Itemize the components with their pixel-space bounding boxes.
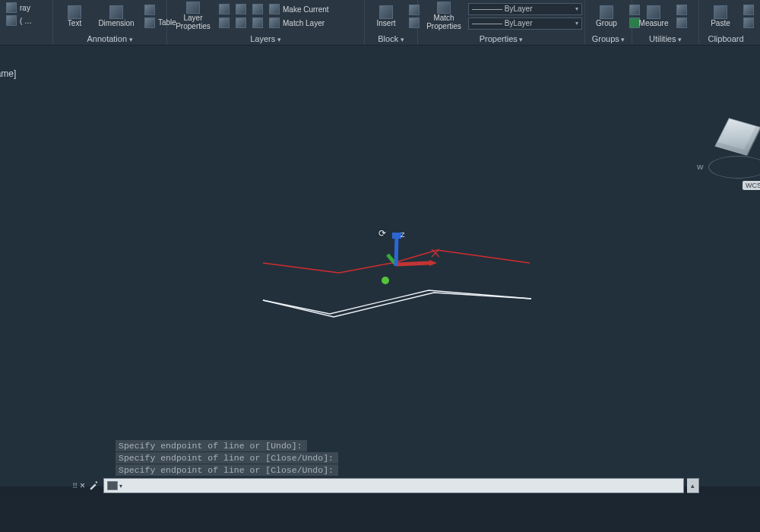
array-tool[interactable]: ( … <box>5 14 33 27</box>
layer-btn-c[interactable] <box>251 3 264 15</box>
text-icon <box>68 5 81 19</box>
linetype-dropdown[interactable]: ———— ByLayer <box>468 3 582 15</box>
cmd-grip-icon[interactable]: ⠿ <box>72 482 77 490</box>
panel-groups-title[interactable]: Groups <box>588 32 629 46</box>
panel-clipboard-title: Clipboard <box>702 32 749 46</box>
layer-btn-b[interactable] <box>234 3 248 15</box>
text-tool[interactable]: Text <box>58 2 91 30</box>
axis-x <box>396 263 429 264</box>
group-tool[interactable]: Group <box>590 2 623 30</box>
leader-tool[interactable] <box>143 4 157 16</box>
panel-block-title[interactable]: Block <box>368 32 414 46</box>
panel-block: Insert Block <box>365 0 418 45</box>
history-line: Specify endpoint of line or [Close/Undo]… <box>116 452 338 464</box>
table-icon <box>144 17 155 28</box>
white-line-front <box>263 293 531 317</box>
dimension-tool[interactable]: Dimension <box>94 2 138 30</box>
insert-icon <box>379 5 393 19</box>
panel-utilities: Measure Utilities <box>632 0 699 45</box>
insert-tool[interactable]: Insert <box>369 2 403 30</box>
wcs-badge[interactable]: WCS <box>743 181 760 190</box>
clip-btn-a[interactable] <box>742 4 755 16</box>
z-label: Z <box>401 231 405 239</box>
axis-z <box>396 236 397 266</box>
viewport-label[interactable]: ireframe] <box>0 68 16 79</box>
command-line: ⠿ × ▾ ▴ <box>72 477 699 494</box>
layer-btn-e[interactable] <box>234 17 248 29</box>
panel-clipboard: Paste Clipboard <box>699 0 752 45</box>
panel-modify-partial: ray ( … <box>0 0 53 45</box>
history-line: Specify endpoint of line or [Close/Undo]… <box>116 464 338 476</box>
panel-layers-title[interactable]: Layers <box>170 32 361 46</box>
make-current-tool[interactable]: Make Current <box>268 3 331 15</box>
panel-annotation: Text Dimension Table Annotation <box>53 0 167 45</box>
layer-btn-f[interactable] <box>251 17 264 29</box>
panel-utilities-title[interactable]: Utilities <box>635 32 695 46</box>
scene-svg: Z <box>0 46 760 486</box>
ribbon: ray ( … Text Dimension Table Annotation <box>0 0 760 46</box>
origin-dot <box>382 277 389 284</box>
paste-icon <box>714 5 727 19</box>
panel-groups: Group Groups <box>585 0 632 45</box>
paste-tool[interactable]: Paste <box>704 2 737 30</box>
measure-icon <box>647 5 660 19</box>
panel-modify-title <box>3 30 49 45</box>
match-layer-tool[interactable]: Match Layer <box>268 17 326 29</box>
dimension-icon <box>109 5 123 19</box>
cmd-history-toggle[interactable]: ▴ <box>687 478 699 493</box>
util-btn-b[interactable] <box>675 17 689 29</box>
lineweight-dropdown[interactable]: ———— ByLayer <box>468 17 582 30</box>
clip-btn-b[interactable] <box>742 17 755 29</box>
cmd-close-icon[interactable]: × <box>80 480 85 491</box>
white-line-back <box>263 290 531 314</box>
util-btn-a[interactable] <box>675 4 689 16</box>
layer-btn-d[interactable] <box>217 17 231 29</box>
layer-btn-a[interactable] <box>217 3 231 15</box>
command-input[interactable]: ▾ <box>103 478 684 493</box>
make-current-icon <box>269 4 280 14</box>
panel-annotation-title[interactable]: Annotation <box>56 32 163 46</box>
panel-layers: LayerProperties Make Current Match Layer… <box>167 0 365 45</box>
layer-properties-tool[interactable]: LayerProperties <box>172 2 214 30</box>
layers-icon <box>186 2 200 14</box>
group-icon <box>600 5 613 19</box>
viewcube[interactable]: W <box>711 110 760 163</box>
match-properties-tool[interactable]: MatchProperties <box>423 2 465 30</box>
command-history: Specify endpoint of line or [Undo]: Spec… <box>116 439 338 476</box>
panel-properties: MatchProperties ———— ByLayer ———— ByLaye… <box>418 0 585 45</box>
prompt-icon <box>107 481 118 490</box>
panel-properties-title[interactable]: Properties <box>421 32 581 46</box>
match-layer-icon <box>269 17 280 28</box>
cmd-customize-icon[interactable] <box>88 480 100 492</box>
match-properties-icon <box>437 2 451 14</box>
bottom-strip <box>0 497 760 532</box>
history-line: Specify endpoint of line or [Undo]: <box>116 440 307 451</box>
drawing-area[interactable]: ireframe] Z ⟳ W WCS <box>0 46 760 486</box>
measure-tool[interactable]: Measure <box>637 2 670 30</box>
leader-icon <box>144 5 155 15</box>
axis-x-tip <box>429 260 437 266</box>
ray-tool[interactable]: ray <box>5 2 32 14</box>
